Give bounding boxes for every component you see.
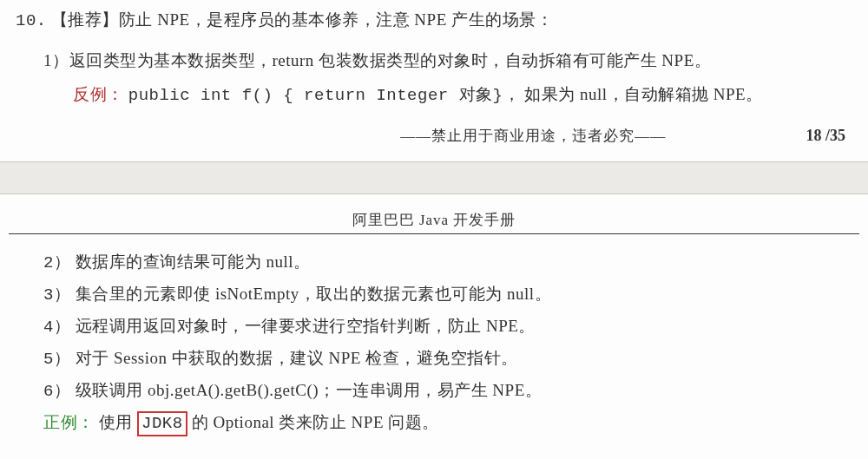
counter-example-line: 反例： public int f() { return Integer 对象}，…: [73, 80, 859, 110]
item-4-text: 远程调用返回对象时，一律要求进行空指针判断，防止 NPE。: [70, 317, 535, 335]
counter-example-code: public int f() { return Integer 对象}，: [128, 86, 520, 105]
page-top-section: 10. 【推荐】防止 NPE，是程序员的基本修养，注意 NPE 产生的场景： 1…: [0, 7, 868, 146]
page-bottom-section: 阿里巴巴 Java 开发手册 2） 数据库的查询结果可能为 null。 3） 集…: [0, 194, 868, 439]
item-2-text: 数据库的查询结果可能为 null。: [70, 252, 310, 271]
title-divider: [9, 233, 859, 234]
rule-10-item-1: 1）返回类型为基本数据类型，return 包装数据类型的对象时，自动拆箱有可能产…: [43, 46, 859, 75]
rule-10-item-5: 5） 对于 Session 中获取的数据，建议 NPE 检查，避免空指针。: [43, 343, 859, 375]
rule-10-item-4: 4） 远程调用返回对象时，一律要求进行空指针判断，防止 NPE。: [43, 311, 859, 343]
positive-example-label: 正例：: [43, 413, 95, 431]
counter-example-tail: 如果为 null，自动解箱抛 NPE。: [524, 85, 762, 103]
counter-example-label: 反例：: [73, 85, 124, 103]
item-5-text: 对于 Session 中获取的数据，建议 NPE 检查，避免空指针。: [70, 349, 517, 367]
positive-after: 的 Optional 类来防止 NPE 问题。: [187, 413, 439, 431]
jdk8-highlight-box: JDK8: [137, 411, 187, 436]
document-title: 阿里巴巴 Java 开发手册: [9, 194, 859, 233]
footer-center-text: ——禁止用于商业用途，违者必究——: [260, 126, 806, 146]
item-5-number: 5）: [43, 350, 70, 369]
item-3-number: 3）: [43, 285, 70, 305]
rule-10-item-2: 2） 数据库的查询结果可能为 null。: [43, 246, 859, 279]
page-gap: [0, 161, 868, 194]
rule-10-heading: 10. 【推荐】防止 NPE，是程序员的基本修养，注意 NPE 产生的场景：: [16, 7, 859, 34]
rule-tag: 【推荐】: [51, 10, 119, 29]
page-footer: ——禁止用于商业用途，违者必究—— 18 /35: [9, 126, 859, 146]
item-2-number: 2）: [43, 253, 70, 272]
item-6-text: 级联调用 obj.getA().getB().getC()；一连串调用，易产生 …: [70, 381, 542, 399]
rule-headline-rest: 防止 NPE，是程序员的基本修养，注意 NPE 产生的场景：: [119, 10, 553, 29]
positive-example-line: 正例： 使用 JDK8 的 Optional 类来防止 NPE 问题。: [43, 407, 859, 438]
rule-10-item-3: 3） 集合里的元素即使 isNotEmpty，取出的数据元素也可能为 null。: [43, 279, 859, 311]
rule-number: 10.: [16, 11, 47, 30]
item-6-number: 6）: [43, 382, 70, 401]
item-3-text: 集合里的元素即使 isNotEmpty，取出的数据元素也可能为 null。: [70, 285, 551, 303]
rule-10-item-6: 6） 级联调用 obj.getA().getB().getC()；一连串调用，易…: [43, 375, 859, 407]
positive-before: 使用: [99, 413, 137, 431]
footer-page-number: 18 /35: [806, 127, 851, 145]
item-4-number: 4）: [43, 318, 70, 337]
